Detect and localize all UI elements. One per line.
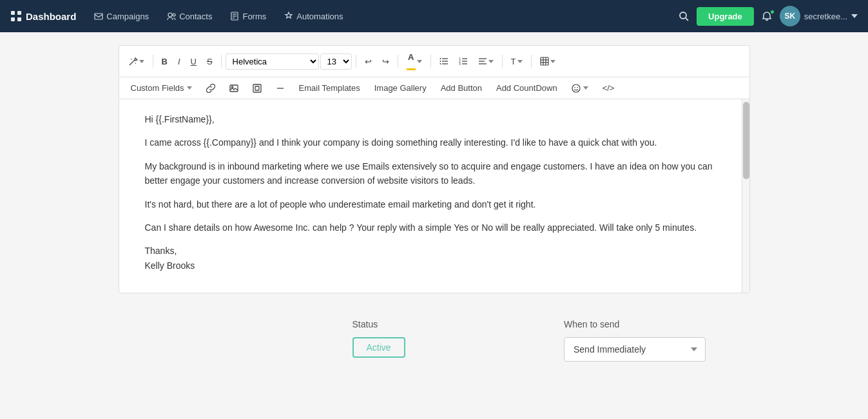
emoji-icon — [572, 84, 581, 93]
custom-fields-chevron-icon — [187, 86, 192, 90]
add-countdown-label: Add CountDown — [496, 83, 557, 93]
separator4 — [398, 55, 398, 68]
image-gallery-label: Image Gallery — [374, 83, 427, 93]
bold-button[interactable]: B — [157, 54, 172, 69]
separator2 — [221, 55, 222, 68]
text-format-chevron-icon — [517, 60, 523, 63]
svg-point-11 — [680, 12, 686, 19]
brand[interactable]: Dashboard — [10, 10, 76, 22]
svg-rect-30 — [541, 57, 548, 65]
scrollbar-track[interactable] — [742, 99, 749, 293]
add-button-button[interactable]: Add Button — [434, 81, 488, 95]
email-editor: B I U S Helvetica Arial Times New Roman … — [119, 45, 750, 293]
align-chevron-icon — [488, 60, 494, 63]
status-label: Status — [352, 319, 539, 329]
status-badge[interactable]: Active — [352, 337, 405, 358]
search-button[interactable] — [673, 7, 694, 25]
bullet-list-icon — [439, 57, 448, 66]
user-chevron-icon — [851, 14, 858, 18]
avatar: SK — [780, 6, 800, 26]
notifications-button[interactable] — [757, 7, 777, 25]
editor-scroll-wrap: Hi {{.FirstName}}, I came across {{.Comp… — [119, 99, 749, 293]
bottom-section: Status Active When to send Send Immediat… — [119, 293, 750, 375]
search-icon — [679, 11, 689, 21]
scrollbar-thumb[interactable] — [743, 102, 749, 179]
editor-line-3: My background is in inbound marketing wh… — [145, 159, 724, 188]
svg-text:3: 3 — [459, 62, 461, 66]
separator7 — [531, 55, 532, 68]
font-size-select[interactable]: 13 10 12 14 16 18 — [320, 54, 352, 70]
svg-point-6 — [173, 14, 175, 16]
svg-point-14 — [135, 63, 136, 64]
ordered-list-icon: 123 — [459, 57, 468, 66]
bullet-list-button[interactable] — [435, 54, 453, 68]
text-color-button[interactable]: A — [402, 50, 427, 73]
svg-rect-2 — [11, 17, 15, 21]
text-color-indicator: A — [407, 52, 416, 70]
text-format-label: T — [511, 57, 516, 66]
image-gallery-button[interactable]: Image Gallery — [368, 81, 433, 95]
color-chevron-icon — [417, 60, 422, 63]
font-family-select[interactable]: Helvetica Arial Times New Roman — [226, 54, 319, 70]
separator6 — [502, 55, 503, 68]
italic-button[interactable]: I — [173, 54, 185, 69]
emoji-button[interactable] — [565, 81, 595, 95]
editor-content-area[interactable]: Hi {{.FirstName}}, I came across {{.Comp… — [119, 99, 749, 293]
notification-badge — [770, 10, 775, 14]
add-countdown-button[interactable]: Add CountDown — [490, 81, 564, 95]
embed-button[interactable] — [246, 81, 268, 95]
svg-point-42 — [577, 86, 578, 88]
text-format-button[interactable]: T — [506, 54, 527, 69]
campaigns-icon — [94, 12, 103, 21]
editor-line-5: Can I share details on how Awesome Inc. … — [145, 220, 724, 235]
divider-button[interactable] — [269, 81, 291, 95]
email-templates-label: Email Templates — [299, 83, 360, 93]
when-label: When to send — [564, 319, 750, 329]
svg-point-19 — [439, 61, 441, 62]
when-section: When to send Send Immediately Schedule S… — [564, 319, 750, 362]
user-menu[interactable]: SK secretkee... — [780, 6, 858, 26]
embed-icon — [253, 84, 262, 93]
magic-icon — [129, 57, 138, 66]
nav-campaigns-label: Campaigns — [106, 12, 149, 21]
svg-point-41 — [574, 86, 575, 88]
strikethrough-button[interactable]: S — [202, 54, 217, 69]
nav-contacts[interactable]: Contacts — [159, 8, 220, 25]
table-chevron-icon — [550, 60, 555, 63]
underline-button[interactable]: U — [186, 54, 201, 69]
svg-point-5 — [168, 13, 172, 17]
forms-icon — [230, 12, 239, 21]
align-button[interactable] — [474, 54, 498, 68]
table-icon — [540, 57, 549, 66]
code-label: </> — [603, 83, 615, 93]
image-button[interactable] — [223, 81, 245, 95]
magic-button[interactable] — [124, 54, 149, 68]
upgrade-button[interactable]: Upgrade — [697, 7, 754, 26]
code-button[interactable]: </> — [596, 81, 621, 95]
redo-button[interactable]: ↪ — [378, 54, 394, 69]
svg-rect-1 — [17, 11, 21, 15]
nav-automations-label: Automations — [296, 12, 343, 21]
toolbar-row1: B I U S Helvetica Arial Times New Roman … — [119, 46, 749, 77]
ordered-list-button[interactable]: 123 — [454, 54, 472, 68]
table-button[interactable] — [535, 54, 560, 68]
custom-fields-button[interactable]: Custom Fields — [124, 81, 198, 95]
editor-line-6: Thanks,Kelly Brooks — [145, 244, 724, 273]
email-templates-button[interactable]: Email Templates — [293, 81, 367, 95]
status-section: Status Active — [119, 319, 539, 362]
svg-rect-35 — [230, 85, 238, 92]
editor-line-4: It's not hard, but there are a lot of pe… — [145, 197, 724, 211]
nav-forms[interactable]: Forms — [222, 8, 274, 25]
svg-rect-37 — [253, 84, 261, 92]
nav-automations[interactable]: Automations — [276, 8, 351, 25]
nav-campaigns[interactable]: Campaigns — [86, 8, 157, 25]
when-to-send-select[interactable]: Send Immediately Schedule Send after del… — [564, 337, 706, 362]
svg-point-13 — [131, 59, 132, 60]
magic-chevron-icon — [139, 60, 144, 63]
svg-point-40 — [572, 84, 580, 92]
nav-forms-label: Forms — [242, 12, 266, 21]
editor-line-1: Hi {{.FirstName}}, — [145, 112, 724, 126]
brand-label: Dashboard — [26, 11, 76, 22]
link-button[interactable] — [200, 81, 222, 95]
undo-button[interactable]: ↩ — [360, 54, 376, 69]
